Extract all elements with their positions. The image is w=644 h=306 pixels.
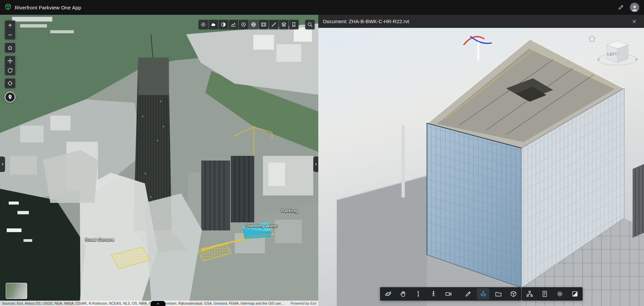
map-side-toolbar <box>5 20 15 102</box>
overview-map[interactable] <box>6 283 27 299</box>
bookmarks-button[interactable] <box>289 20 299 29</box>
minus-icon <box>7 32 13 38</box>
measure-button[interactable] <box>269 20 278 29</box>
measure-icon <box>271 22 276 27</box>
map-top-toolbar <box>199 20 315 29</box>
properties-button[interactable] <box>538 288 551 300</box>
right-panel-expand-tab[interactable] <box>313 157 318 172</box>
zoom-tool-button[interactable] <box>412 288 424 300</box>
pin-icon <box>7 94 13 100</box>
slides-button[interactable] <box>259 20 268 29</box>
orbit-icon <box>385 291 391 297</box>
edit-button[interactable] <box>615 2 627 13</box>
map-label-parking: Parking <box>281 208 298 213</box>
orbit-tool-button[interactable] <box>382 288 394 300</box>
viewer-toolbar-primary <box>380 287 521 301</box>
weather-icon <box>211 22 216 27</box>
zoom-out-button[interactable] <box>5 30 15 39</box>
walk-tool-button[interactable] <box>427 288 439 300</box>
files-button[interactable] <box>492 288 504 300</box>
locate-button[interactable] <box>5 79 15 88</box>
hand-icon <box>400 291 407 297</box>
chevron-right-icon <box>1 162 5 166</box>
attribution-sources: Sources: Esri, Airbus DS, USGS, NGA, NAS… <box>2 301 286 305</box>
powered-by-esri: Powered by Esri <box>291 301 316 305</box>
daylight-icon <box>201 22 206 27</box>
app-header: Riverfront Parkview One App <box>0 0 644 15</box>
rotate-icon <box>7 68 13 73</box>
camera-tool-button[interactable] <box>442 288 454 300</box>
avatar[interactable] <box>630 3 639 12</box>
display-adjust-icon <box>572 291 578 297</box>
line-of-sight-icon <box>241 22 246 27</box>
attribution-expand-tab[interactable] <box>151 301 165 306</box>
walk-icon <box>430 291 437 297</box>
chevron-up-icon <box>156 302 160 305</box>
zoom-in-button[interactable] <box>5 20 15 30</box>
chevron-right-icon <box>314 162 318 166</box>
settings-button[interactable] <box>553 288 566 300</box>
app-root: Riverfront Parkview One App <box>0 0 644 306</box>
layers-button[interactable] <box>279 20 288 29</box>
measure-tool-button[interactable] <box>462 288 474 300</box>
navigation-mode-control <box>5 56 15 75</box>
model-tree-button[interactable] <box>523 288 536 300</box>
folder-icon <box>495 291 502 297</box>
viewer-toolbar-secondary <box>522 287 583 301</box>
section-tool-button[interactable] <box>477 288 489 300</box>
viewer-title: Document: ZHA-B-BWK-C-HR-R22.rvt <box>323 18 409 24</box>
home-button[interactable] <box>5 43 15 52</box>
left-panel-expand-tab[interactable] <box>0 157 5 172</box>
locate-icon <box>7 81 13 86</box>
display-adjust-button[interactable] <box>569 288 581 300</box>
search-button[interactable] <box>305 20 315 29</box>
cube-icon <box>510 291 517 297</box>
map-pane: Parking Standing Water Road Closure Sour… <box>0 15 318 306</box>
zoom-control <box>5 20 15 39</box>
close-icon <box>632 19 637 24</box>
view-cube[interactable]: LEFT <box>587 32 644 79</box>
search-icon <box>307 22 313 27</box>
elevation-profile-icon <box>231 22 236 27</box>
layers-icon <box>281 22 286 27</box>
close-viewer-button[interactable] <box>629 16 639 27</box>
measure-pencil-icon <box>465 291 472 297</box>
user-icon <box>631 4 639 12</box>
rotate-mode-button[interactable] <box>5 65 15 75</box>
slides-icon <box>261 22 266 27</box>
camera-icon <box>445 291 452 297</box>
basemap-globe-icon <box>251 22 256 27</box>
map-canvas[interactable] <box>0 15 318 306</box>
axis-gizmo <box>461 33 498 65</box>
pan-icon <box>7 58 13 63</box>
properties-icon <box>541 291 548 297</box>
document-viewer-pane: Document: ZHA-B-BWK-C-HR-R22.rvt <box>318 15 644 306</box>
view-cube-face-label: LEFT <box>607 52 617 56</box>
home-icon <box>7 45 13 50</box>
gear-icon <box>556 291 563 297</box>
place-pin-button[interactable] <box>5 92 15 102</box>
section-plane-icon <box>480 291 487 297</box>
plus-icon <box>7 23 13 28</box>
pan-tool-button[interactable] <box>397 288 409 300</box>
line-of-sight-button[interactable] <box>239 20 248 29</box>
basemap-button[interactable] <box>249 20 258 29</box>
app-logo-icon <box>5 3 11 11</box>
elevation-profile-button[interactable] <box>229 20 238 29</box>
model-views-button[interactable] <box>507 288 520 300</box>
bookmark-icon <box>291 22 297 27</box>
shadows-button[interactable] <box>219 20 228 29</box>
viewer-header: Document: ZHA-B-BWK-C-HR-R22.rvt <box>318 15 644 28</box>
weather-button[interactable] <box>209 20 218 29</box>
viewer-canvas[interactable]: LEFT <box>318 28 644 306</box>
pencil-icon <box>618 4 624 10</box>
model-tree-icon <box>526 291 533 297</box>
zoom-vertical-icon <box>415 291 422 297</box>
map-label-standing-water: Standing Water <box>245 223 278 228</box>
daylight-button[interactable] <box>199 20 208 29</box>
app-title: Riverfront Parkview One App <box>15 5 81 10</box>
viewcube-home-icon[interactable] <box>589 36 595 41</box>
pan-mode-button[interactable] <box>5 56 15 65</box>
shadows-icon <box>221 22 226 27</box>
map-label-road-closure: Road Closure <box>85 237 114 242</box>
